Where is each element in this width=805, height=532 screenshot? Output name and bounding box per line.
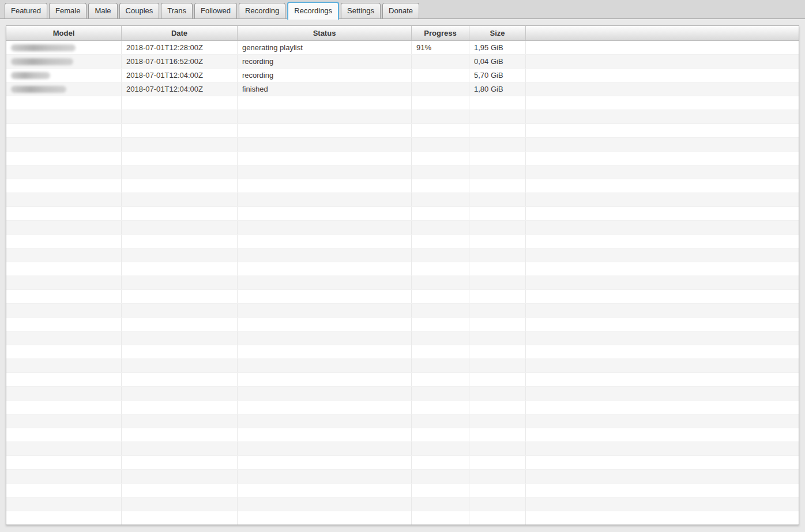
cell-date <box>122 262 238 276</box>
cell-filler <box>526 55 799 68</box>
table-row-empty <box>6 318 799 331</box>
cell-filler <box>526 152 799 165</box>
cell-status <box>238 387 412 400</box>
cell-progress <box>412 497 469 511</box>
cell-date <box>122 276 238 289</box>
cell-date <box>122 193 238 206</box>
cell-progress <box>412 401 469 414</box>
column-header-date[interactable]: Date <box>122 26 238 40</box>
cell-size <box>469 331 526 345</box>
column-header-filler <box>526 26 799 40</box>
tab-couples[interactable]: Couples <box>119 3 160 18</box>
cell-status <box>238 497 412 511</box>
table-row[interactable]: 2018-07-01T16:52:00Zrecording0,04 GiB <box>6 55 799 69</box>
recordings-table: ModelDateStatusProgressSize 2018-07-01T1… <box>6 25 799 525</box>
cell-size <box>469 497 526 511</box>
cell-progress <box>412 152 469 165</box>
cell-size <box>469 484 526 497</box>
cell-status <box>238 331 412 345</box>
cell-size <box>469 96 526 110</box>
tab-donate[interactable]: Donate <box>382 3 419 18</box>
table-row-empty <box>6 304 799 318</box>
table-row-empty <box>6 414 799 428</box>
tab-recordings[interactable]: Recordings <box>287 2 339 20</box>
table-body: 2018-07-01T12:28:00Zgenerating playlist9… <box>6 41 799 525</box>
cell-progress: 91% <box>412 41 469 54</box>
table-row[interactable]: 2018-07-01T12:04:00Zfinished1,80 GiB <box>6 82 799 96</box>
cell-filler <box>526 470 799 483</box>
cell-filler <box>526 138 799 151</box>
table-row[interactable]: 2018-07-01T12:28:00Zgenerating playlist9… <box>6 41 799 55</box>
table-row-empty <box>6 484 799 497</box>
cell-filler <box>526 262 799 276</box>
tab-female[interactable]: Female <box>49 3 86 18</box>
tab-recording[interactable]: Recording <box>239 3 285 18</box>
cell-status: generating playlist <box>238 41 412 54</box>
cell-model <box>6 248 122 262</box>
cell-model <box>6 276 122 289</box>
cell-size <box>469 387 526 400</box>
cell-size: 0,04 GiB <box>469 55 526 68</box>
cell-filler <box>526 511 799 525</box>
cell-progress <box>412 69 469 82</box>
table-row-empty <box>6 428 799 442</box>
cell-model <box>6 304 122 317</box>
cell-date <box>122 96 238 110</box>
redacted-model-name <box>11 72 50 79</box>
cell-date: 2018-07-01T12:28:00Z <box>122 41 238 54</box>
table-row-empty <box>6 138 799 152</box>
cell-model <box>6 290 122 303</box>
cell-date: 2018-07-01T16:52:00Z <box>122 55 238 68</box>
cell-filler <box>526 221 799 234</box>
cell-size: 1,80 GiB <box>469 82 526 96</box>
column-header-size[interactable]: Size <box>469 26 526 40</box>
cell-size <box>469 179 526 193</box>
cell-status <box>238 207 412 220</box>
cell-date <box>122 511 238 525</box>
column-header-status[interactable]: Status <box>238 26 412 40</box>
redacted-model-name <box>11 86 66 93</box>
tab-male[interactable]: Male <box>88 3 117 18</box>
column-header-model[interactable]: Model <box>6 26 122 40</box>
cell-size <box>469 290 526 303</box>
table-row-empty <box>6 470 799 484</box>
cell-model <box>6 387 122 400</box>
cell-model <box>6 110 122 123</box>
cell-model <box>6 55 122 68</box>
cell-progress <box>412 235 469 248</box>
cell-size <box>469 138 526 151</box>
cell-size: 5,70 GiB <box>469 69 526 82</box>
cell-progress <box>412 304 469 317</box>
table-row-empty <box>6 207 799 221</box>
cell-size <box>469 110 526 123</box>
cell-date <box>122 318 238 331</box>
cell-status <box>238 138 412 151</box>
cell-size <box>469 235 526 248</box>
table-row-empty <box>6 290 799 304</box>
cell-model <box>6 359 122 372</box>
cell-progress <box>412 373 469 386</box>
cell-progress <box>412 318 469 331</box>
cell-date <box>122 484 238 497</box>
tab-trans[interactable]: Trans <box>161 3 193 18</box>
cell-filler <box>526 248 799 262</box>
tab-featured[interactable]: Featured <box>5 3 47 18</box>
cell-progress <box>412 414 469 428</box>
cell-filler <box>526 456 799 469</box>
tab-settings[interactable]: Settings <box>341 3 381 18</box>
column-header-progress[interactable]: Progress <box>412 26 469 40</box>
cell-filler <box>526 359 799 372</box>
cell-size <box>469 318 526 331</box>
cell-size <box>469 414 526 428</box>
tab-followed[interactable]: Followed <box>194 3 237 18</box>
table-row-empty <box>6 456 799 470</box>
table-row-empty <box>6 359 799 373</box>
cell-date <box>122 470 238 483</box>
cell-size <box>469 207 526 220</box>
cell-date: 2018-07-01T12:04:00Z <box>122 82 238 96</box>
cell-model <box>6 442 122 455</box>
cell-model <box>6 165 122 179</box>
table-row[interactable]: 2018-07-01T12:04:00Zrecording5,70 GiB <box>6 69 799 82</box>
cell-status <box>238 401 412 414</box>
table-row-empty <box>6 179 799 193</box>
